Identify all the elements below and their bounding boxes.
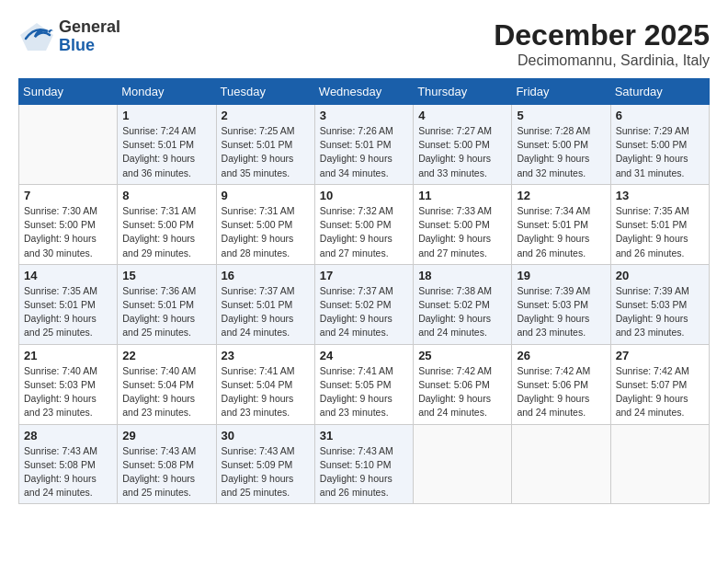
day-info: Sunrise: 7:43 AMSunset: 5:10 PMDaylight:… bbox=[320, 444, 408, 500]
day-number: 9 bbox=[222, 189, 310, 202]
day-number: 8 bbox=[122, 189, 210, 202]
calendar-week-1: 1Sunrise: 7:24 AMSunset: 5:01 PMDaylight… bbox=[19, 105, 710, 185]
day-number: 27 bbox=[616, 349, 704, 362]
day-number: 4 bbox=[418, 109, 506, 122]
day-info: Sunrise: 7:42 AMSunset: 5:06 PMDaylight:… bbox=[418, 364, 506, 420]
day-number: 11 bbox=[418, 189, 506, 202]
calendar-cell: 6Sunrise: 7:29 AMSunset: 5:00 PMDaylight… bbox=[610, 105, 709, 185]
day-number: 3 bbox=[320, 109, 408, 122]
calendar-cell: 20Sunrise: 7:39 AMSunset: 5:03 PMDayligh… bbox=[610, 264, 709, 344]
calendar-cell: 25Sunrise: 7:42 AMSunset: 5:06 PMDayligh… bbox=[414, 344, 512, 424]
calendar-week-2: 7Sunrise: 7:30 AMSunset: 5:00 PMDaylight… bbox=[19, 184, 710, 264]
day-info: Sunrise: 7:35 AMSunset: 5:01 PMDaylight:… bbox=[24, 284, 112, 340]
day-number: 1 bbox=[122, 109, 210, 122]
day-info: Sunrise: 7:32 AMSunset: 5:00 PMDaylight:… bbox=[320, 204, 408, 260]
day-number: 31 bbox=[320, 429, 408, 442]
calendar-cell: 13Sunrise: 7:35 AMSunset: 5:01 PMDayligh… bbox=[610, 184, 709, 264]
logo-blue: Blue bbox=[59, 37, 120, 55]
calendar-cell bbox=[512, 424, 610, 504]
day-info: Sunrise: 7:38 AMSunset: 5:02 PMDaylight:… bbox=[418, 284, 506, 340]
calendar-week-4: 21Sunrise: 7:40 AMSunset: 5:03 PMDayligh… bbox=[19, 344, 710, 424]
calendar-cell: 26Sunrise: 7:42 AMSunset: 5:06 PMDayligh… bbox=[512, 344, 610, 424]
calendar-cell: 27Sunrise: 7:42 AMSunset: 5:07 PMDayligh… bbox=[610, 344, 709, 424]
day-info: Sunrise: 7:43 AMSunset: 5:08 PMDaylight:… bbox=[122, 444, 210, 500]
calendar-cell: 28Sunrise: 7:43 AMSunset: 5:08 PMDayligh… bbox=[19, 424, 118, 504]
month-title: December 2025 bbox=[494, 18, 710, 52]
day-info: Sunrise: 7:41 AMSunset: 5:05 PMDaylight:… bbox=[320, 364, 408, 420]
weekday-header-monday: Monday bbox=[118, 79, 216, 105]
day-info: Sunrise: 7:25 AMSunset: 5:01 PMDaylight:… bbox=[222, 124, 310, 180]
day-number: 29 bbox=[122, 429, 210, 442]
calendar-cell: 17Sunrise: 7:37 AMSunset: 5:02 PMDayligh… bbox=[314, 264, 413, 344]
page-header: General Blue December 2025 Decimomannu, … bbox=[18, 18, 710, 69]
svg-marker-0 bbox=[20, 23, 53, 51]
day-number: 26 bbox=[517, 349, 605, 362]
day-number: 24 bbox=[320, 349, 408, 362]
calendar-cell bbox=[414, 424, 512, 504]
day-number: 21 bbox=[24, 349, 112, 362]
calendar-cell: 18Sunrise: 7:38 AMSunset: 5:02 PMDayligh… bbox=[414, 264, 512, 344]
day-number: 23 bbox=[222, 349, 310, 362]
logo-general: General bbox=[59, 18, 120, 37]
day-number: 2 bbox=[222, 109, 310, 122]
logo: General Blue bbox=[18, 18, 120, 55]
day-number: 19 bbox=[517, 269, 605, 282]
day-number: 7 bbox=[24, 189, 112, 202]
day-number: 10 bbox=[320, 189, 408, 202]
weekday-row: SundayMondayTuesdayWednesdayThursdayFrid… bbox=[19, 79, 710, 105]
day-info: Sunrise: 7:43 AMSunset: 5:08 PMDaylight:… bbox=[24, 444, 112, 500]
day-info: Sunrise: 7:37 AMSunset: 5:02 PMDaylight:… bbox=[320, 284, 408, 340]
calendar-header: SundayMondayTuesdayWednesdayThursdayFrid… bbox=[19, 79, 710, 105]
location-subtitle: Decimomannu, Sardinia, Italy bbox=[494, 52, 710, 69]
calendar-cell: 22Sunrise: 7:40 AMSunset: 5:04 PMDayligh… bbox=[118, 344, 216, 424]
day-info: Sunrise: 7:35 AMSunset: 5:01 PMDaylight:… bbox=[616, 204, 704, 260]
calendar-week-5: 28Sunrise: 7:43 AMSunset: 5:08 PMDayligh… bbox=[19, 424, 710, 504]
logo-icon bbox=[18, 18, 55, 55]
title-block: December 2025 Decimomannu, Sardinia, Ita… bbox=[494, 18, 710, 69]
day-number: 5 bbox=[517, 109, 605, 122]
day-number: 13 bbox=[616, 189, 704, 202]
calendar-cell: 8Sunrise: 7:31 AMSunset: 5:00 PMDaylight… bbox=[118, 184, 216, 264]
weekday-header-sunday: Sunday bbox=[19, 79, 118, 105]
calendar-body: 1Sunrise: 7:24 AMSunset: 5:01 PMDaylight… bbox=[19, 105, 710, 504]
weekday-header-thursday: Thursday bbox=[414, 79, 512, 105]
calendar-cell: 24Sunrise: 7:41 AMSunset: 5:05 PMDayligh… bbox=[314, 344, 413, 424]
day-info: Sunrise: 7:27 AMSunset: 5:00 PMDaylight:… bbox=[418, 124, 506, 180]
day-number: 16 bbox=[222, 269, 310, 282]
day-number: 18 bbox=[418, 269, 506, 282]
weekday-header-wednesday: Wednesday bbox=[314, 79, 413, 105]
day-info: Sunrise: 7:43 AMSunset: 5:09 PMDaylight:… bbox=[222, 444, 310, 500]
calendar-cell: 10Sunrise: 7:32 AMSunset: 5:00 PMDayligh… bbox=[314, 184, 413, 264]
day-info: Sunrise: 7:31 AMSunset: 5:00 PMDaylight:… bbox=[222, 204, 310, 260]
day-number: 25 bbox=[418, 349, 506, 362]
day-number: 15 bbox=[122, 269, 210, 282]
logo-text: General Blue bbox=[59, 18, 120, 55]
day-number: 12 bbox=[517, 189, 605, 202]
day-number: 6 bbox=[616, 109, 704, 122]
day-number: 20 bbox=[616, 269, 704, 282]
calendar-cell: 23Sunrise: 7:41 AMSunset: 5:04 PMDayligh… bbox=[216, 344, 314, 424]
day-info: Sunrise: 7:40 AMSunset: 5:04 PMDaylight:… bbox=[122, 364, 210, 420]
weekday-header-tuesday: Tuesday bbox=[216, 79, 314, 105]
calendar-cell: 11Sunrise: 7:33 AMSunset: 5:00 PMDayligh… bbox=[414, 184, 512, 264]
day-info: Sunrise: 7:30 AMSunset: 5:00 PMDaylight:… bbox=[24, 204, 112, 260]
day-info: Sunrise: 7:41 AMSunset: 5:04 PMDaylight:… bbox=[222, 364, 310, 420]
day-info: Sunrise: 7:24 AMSunset: 5:01 PMDaylight:… bbox=[122, 124, 210, 180]
day-info: Sunrise: 7:42 AMSunset: 5:07 PMDaylight:… bbox=[616, 364, 704, 420]
day-info: Sunrise: 7:31 AMSunset: 5:00 PMDaylight:… bbox=[122, 204, 210, 260]
calendar-cell: 30Sunrise: 7:43 AMSunset: 5:09 PMDayligh… bbox=[216, 424, 314, 504]
calendar-cell bbox=[19, 105, 118, 185]
calendar-cell: 4Sunrise: 7:27 AMSunset: 5:00 PMDaylight… bbox=[414, 105, 512, 185]
calendar-table: SundayMondayTuesdayWednesdayThursdayFrid… bbox=[18, 78, 710, 504]
calendar-week-3: 14Sunrise: 7:35 AMSunset: 5:01 PMDayligh… bbox=[19, 264, 710, 344]
calendar-cell: 15Sunrise: 7:36 AMSunset: 5:01 PMDayligh… bbox=[118, 264, 216, 344]
calendar-cell: 29Sunrise: 7:43 AMSunset: 5:08 PMDayligh… bbox=[118, 424, 216, 504]
calendar-cell: 1Sunrise: 7:24 AMSunset: 5:01 PMDaylight… bbox=[118, 105, 216, 185]
calendar-cell: 19Sunrise: 7:39 AMSunset: 5:03 PMDayligh… bbox=[512, 264, 610, 344]
day-info: Sunrise: 7:37 AMSunset: 5:01 PMDaylight:… bbox=[222, 284, 310, 340]
day-number: 17 bbox=[320, 269, 408, 282]
day-info: Sunrise: 7:33 AMSunset: 5:00 PMDaylight:… bbox=[418, 204, 506, 260]
day-number: 30 bbox=[222, 429, 310, 442]
calendar-cell: 5Sunrise: 7:28 AMSunset: 5:00 PMDaylight… bbox=[512, 105, 610, 185]
day-number: 22 bbox=[122, 349, 210, 362]
